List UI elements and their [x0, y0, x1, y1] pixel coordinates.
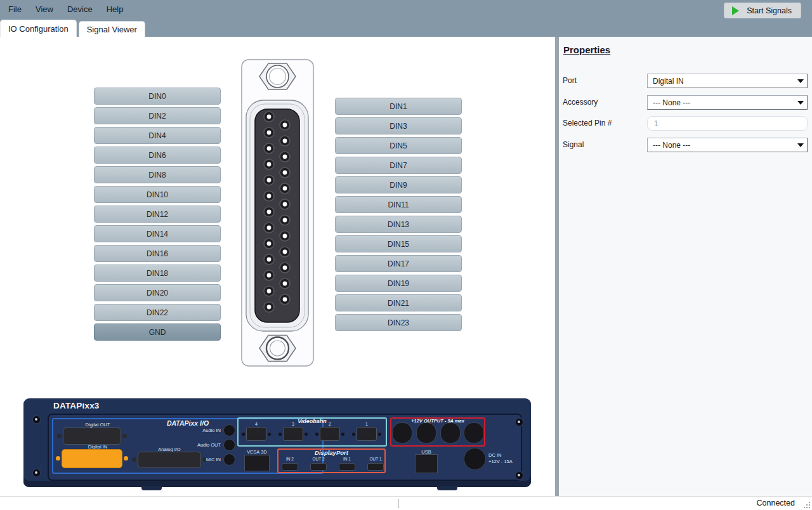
device-title: DATAPixx3	[53, 401, 100, 410]
pin-button-din13[interactable]: DIN13	[335, 216, 462, 233]
pwr-out-port[interactable]	[392, 422, 412, 443]
selected-pin-input[interactable]: 1	[647, 116, 808, 131]
signal-select[interactable]: --- None ---	[647, 138, 808, 152]
videobahn-port-1[interactable]	[357, 427, 377, 441]
displayport-label-out-1: OUT 1	[364, 457, 387, 461]
pin-button-din18[interactable]: DIN18	[94, 265, 221, 282]
signal-value: --- None ---	[653, 141, 690, 150]
pin-button-din12[interactable]: DIN12	[94, 206, 221, 223]
play-icon	[732, 6, 739, 15]
pin-button-din3[interactable]: DIN3	[335, 117, 462, 134]
connector-pin-center	[283, 123, 287, 128]
dc-in-port[interactable]	[464, 448, 486, 470]
connector-pin-center	[267, 305, 272, 310]
port-select[interactable]: Digital IN	[647, 74, 808, 88]
pin-button-din0[interactable]: DIN0	[94, 88, 221, 105]
displayport-port-in-2[interactable]	[282, 463, 298, 471]
pin-button-din16[interactable]: DIN16	[94, 245, 221, 262]
pin-button-din21[interactable]: DIN21	[335, 294, 462, 311]
pin-button-din1[interactable]: DIN1	[335, 98, 462, 115]
displayport-title: DisplayPort	[278, 449, 384, 456]
tab-bar: IO ConfigurationSignal Viewer	[0, 19, 812, 37]
videobahn-port-2[interactable]	[320, 427, 340, 441]
pin-button-din15[interactable]: DIN15	[335, 235, 462, 252]
pin-button-din19[interactable]: DIN19	[335, 275, 462, 292]
pin-button-din11[interactable]: DIN11	[335, 196, 462, 213]
signal-label: Signal	[563, 140, 584, 149]
tab-signal-viewer[interactable]: Signal Viewer	[79, 21, 145, 37]
pin-button-din2[interactable]: DIN2	[94, 107, 221, 124]
pin-column-right: DIN1DIN3DIN5DIN7DIN9DIN11DIN13DIN15DIN17…	[335, 98, 462, 331]
connector-pin-center	[267, 115, 272, 119]
videobahn-port-label-3: 3	[283, 422, 303, 426]
connector-pin-center	[267, 258, 272, 262]
mount-dot	[315, 433, 318, 436]
menu-item-device[interactable]: Device	[60, 0, 100, 19]
videobahn-port-3[interactable]	[283, 427, 303, 441]
mount-dot	[352, 433, 355, 436]
mic-in-label: MIC IN	[186, 457, 221, 462]
db25-connector-graphic	[241, 59, 314, 367]
menu-bar: FileViewDeviceHelp Start Signals	[0, 0, 812, 19]
accessory-select[interactable]: --- None ---	[647, 95, 808, 110]
tab-io-configuration[interactable]: IO Configuration	[0, 20, 77, 37]
pin-button-gnd[interactable]: GND	[94, 324, 221, 341]
videobahn-port-label-2: 2	[320, 422, 340, 426]
audio-out-jack[interactable]	[223, 439, 235, 451]
displayport-port-out-1[interactable]	[367, 463, 384, 471]
mount-dot	[341, 433, 344, 436]
pin-button-din10[interactable]: DIN10	[94, 186, 221, 203]
pin-button-din8[interactable]: DIN8	[94, 166, 221, 183]
menu-item-help[interactable]: Help	[100, 0, 131, 19]
digital-in-port-selected[interactable]	[62, 449, 122, 468]
connector-pin-center	[267, 131, 272, 135]
start-signals-button[interactable]: Start Signals	[724, 3, 801, 18]
audio-out-label: Audio OUT	[186, 442, 221, 448]
io-configuration-panel: DIN0DIN2DIN4DIN6DIN8DIN10DIN12DIN14DIN16…	[0, 37, 555, 496]
connector-pin-center	[283, 266, 287, 270]
connector-pin-center	[267, 289, 272, 294]
pin-button-din23[interactable]: DIN23	[335, 314, 462, 331]
connector-pin-center	[283, 298, 287, 302]
pin-button-din14[interactable]: DIN14	[94, 225, 221, 242]
displayport-port-in-1[interactable]	[339, 463, 355, 471]
mic-in-jack[interactable]	[223, 454, 235, 466]
digital-out-port[interactable]	[63, 428, 121, 445]
pin-button-din6[interactable]: DIN6	[94, 147, 221, 164]
resize-grip-icon[interactable]	[802, 500, 810, 508]
usb-port[interactable]	[415, 454, 438, 473]
start-signals-label: Start Signals	[747, 6, 792, 15]
chevron-down-icon	[797, 143, 804, 147]
pin-button-din5[interactable]: DIN5	[335, 137, 462, 154]
pin-button-din9[interactable]: DIN9	[335, 176, 462, 193]
menu-item-file[interactable]: File	[1, 0, 29, 19]
selected-pin-label: Selected Pin #	[563, 119, 612, 128]
menu-item-view[interactable]: View	[29, 0, 60, 19]
pwr-out-port[interactable]	[416, 422, 436, 443]
displayport-port-out-2[interactable]	[310, 463, 327, 471]
videobahn-port-label-4: 4	[246, 422, 266, 426]
chevron-down-icon	[797, 79, 804, 83]
pwr-out-port[interactable]	[464, 422, 484, 443]
connector-pin-center	[267, 194, 272, 199]
pwr-out-port[interactable]	[440, 422, 461, 443]
connector-pin-center	[283, 171, 287, 175]
displayport-label-out-2: OUT 2	[307, 457, 330, 461]
screw-icon	[32, 415, 41, 424]
pin-button-din17[interactable]: DIN17	[335, 255, 462, 272]
pin-button-din4[interactable]: DIN4	[94, 127, 221, 144]
properties-panel: Properties PortDigital INAccessory--- No…	[559, 37, 812, 496]
pin-button-din20[interactable]: DIN20	[94, 284, 221, 301]
menu-items: FileViewDeviceHelp	[1, 0, 130, 19]
pin-button-din7[interactable]: DIN7	[335, 157, 462, 174]
digital-out-label: Digital OUT	[69, 422, 126, 428]
prop-row-signal: Signal--- None ---	[559, 138, 812, 153]
audio-in-jack[interactable]	[223, 424, 235, 436]
pin-button-din22[interactable]: DIN22	[94, 304, 221, 321]
mount-hole	[124, 456, 128, 461]
connector-pin-center	[283, 250, 287, 254]
connector-pin-center	[267, 273, 272, 278]
videobahn-port-4[interactable]	[246, 427, 266, 441]
vesa-3d-port[interactable]	[244, 455, 270, 471]
audio-in-label: Audio IN	[186, 428, 221, 433]
